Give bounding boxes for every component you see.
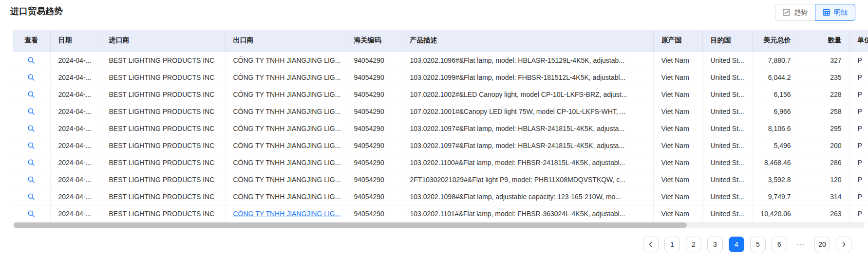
view-button[interactable] bbox=[27, 142, 35, 149]
cell-dest: United St... bbox=[702, 171, 753, 188]
horizontal-scrollbar-track[interactable] bbox=[14, 222, 864, 228]
cell-importer: BEST LIGHTING PRODUCTS INC bbox=[101, 69, 225, 86]
cell-exporter: CÔNG TY TNHH JIANGJING LIG... bbox=[225, 69, 346, 86]
cell-usd: 8,106.6 bbox=[753, 120, 799, 137]
cell-dest: United St... bbox=[702, 137, 753, 154]
pagination-page-3[interactable]: 3 bbox=[707, 237, 723, 252]
column-header-dest: 目的国 bbox=[702, 30, 753, 52]
pagination-page-1[interactable]: 1 bbox=[664, 237, 680, 252]
table-row: 2024-04-...BEST LIGHTING PRODUCTS INCCÔN… bbox=[13, 205, 868, 222]
exporter-link[interactable]: CÔNG TY TNHH JIANGJING LIG... bbox=[233, 210, 341, 218]
pagination-page-6[interactable]: 6 bbox=[772, 237, 787, 252]
cell-dest: United St... bbox=[702, 86, 753, 103]
chevron-right-icon bbox=[840, 241, 847, 248]
table-header-row: 查看日期进口商出口商海关编码产品描述原产国目的国美元总价数量单位 bbox=[13, 30, 868, 52]
search-icon bbox=[27, 91, 35, 98]
cell-hscode: 94054290 bbox=[346, 154, 402, 171]
cell-importer: BEST LIGHTING PRODUCTS INC bbox=[101, 52, 225, 69]
cell-qty: 295 bbox=[799, 120, 849, 137]
table-row: 2024-04-...BEST LIGHTING PRODUCTS INCCÔN… bbox=[13, 188, 868, 205]
cell-date: 2024-04-... bbox=[50, 103, 101, 120]
cell-exporter: CÔNG TY TNHH JIANGJING LIG... bbox=[225, 52, 346, 69]
cell-importer: BEST LIGHTING PRODUCTS INC bbox=[101, 205, 225, 222]
cell-view bbox=[13, 69, 50, 86]
column-header-view: 查看 bbox=[13, 30, 50, 52]
cell-exporter: CÔNG TY TNHH JIANGJING LIG... bbox=[225, 171, 346, 188]
cell-date: 2024-04-... bbox=[50, 120, 101, 137]
cell-importer: BEST LIGHTING PRODUCTS INC bbox=[101, 188, 225, 205]
cell-importer: BEST LIGHTING PRODUCTS INC bbox=[101, 154, 225, 171]
search-icon bbox=[27, 193, 35, 201]
cell-exporter: CÔNG TY TNHH JIANGJING LIG... bbox=[225, 86, 346, 103]
cell-qty: 263 bbox=[799, 205, 849, 222]
search-icon bbox=[27, 159, 35, 166]
cell-dest: United St... bbox=[702, 120, 753, 137]
pagination-prev-button[interactable] bbox=[643, 237, 659, 252]
pagination-page-4[interactable]: 4 bbox=[729, 237, 744, 252]
cell-exporter: CÔNG TY TNHH JIANGJING LIG... bbox=[225, 137, 346, 154]
cell-hscode: 94054290 bbox=[346, 120, 402, 137]
search-icon bbox=[27, 56, 35, 64]
cell-dest: United St... bbox=[702, 69, 753, 86]
cell-qty: 327 bbox=[799, 52, 849, 69]
table-row: 2024-04-...BEST LIGHTING PRODUCTS INCCÔN… bbox=[13, 69, 868, 86]
column-header-exporter: 出口商 bbox=[225, 30, 346, 52]
cell-unit: P bbox=[849, 205, 868, 222]
cell-qty: 258 bbox=[799, 103, 849, 120]
pagination-ellipsis[interactable]: ••• bbox=[793, 237, 809, 252]
pagination-next-button[interactable] bbox=[836, 237, 851, 252]
table-row: 2024-04-...BEST LIGHTING PRODUCTS INCCÔN… bbox=[13, 120, 868, 137]
search-icon bbox=[27, 74, 35, 81]
view-button[interactable] bbox=[27, 91, 35, 98]
cell-importer: BEST LIGHTING PRODUCTS INC bbox=[101, 120, 225, 137]
view-button[interactable] bbox=[27, 176, 35, 184]
line-chart-icon bbox=[783, 9, 790, 16]
cell-date: 2024-04-... bbox=[50, 69, 101, 86]
view-button[interactable] bbox=[27, 74, 35, 81]
cell-desc: 2FT10302021029#&Flat light P9, model: PH… bbox=[402, 171, 653, 188]
cell-view bbox=[13, 205, 50, 222]
detail-button[interactable]: 明细 bbox=[815, 4, 855, 21]
cell-origin: Viet Nam bbox=[653, 171, 702, 188]
cell-exporter: CÔNG TY TNHH JIANGJING LIG... bbox=[225, 154, 346, 171]
cell-unit: P bbox=[849, 69, 868, 86]
column-header-origin: 原产国 bbox=[653, 30, 702, 52]
search-icon bbox=[27, 125, 35, 132]
cell-desc: 107.0202.1002#&LED Canopy light, model C… bbox=[402, 86, 653, 103]
cell-desc: 103.0202.1099#&Flat lamp, model: FHBSR-1… bbox=[402, 69, 653, 86]
cell-unit: P bbox=[849, 188, 868, 205]
cell-exporter: CÔNG TY TNHH JIANGJING LIG... bbox=[225, 188, 346, 205]
pagination-page-2[interactable]: 2 bbox=[686, 237, 701, 252]
cell-date: 2024-04-... bbox=[50, 205, 101, 222]
cell-origin: Viet Nam bbox=[653, 103, 702, 120]
view-button[interactable] bbox=[27, 210, 35, 218]
trend-button[interactable]: 趋势 bbox=[775, 4, 815, 21]
view-button[interactable] bbox=[27, 125, 35, 132]
cell-dest: United St... bbox=[702, 188, 753, 205]
pagination-page-5[interactable]: 5 bbox=[750, 237, 766, 252]
pagination-page-20[interactable]: 20 bbox=[814, 237, 830, 252]
column-header-desc: 产品描述 bbox=[402, 30, 653, 52]
view-button[interactable] bbox=[27, 108, 35, 115]
view-button[interactable] bbox=[27, 56, 35, 64]
cell-desc: 103.0202.1098#&Flat lamp, adjustable cap… bbox=[402, 188, 653, 205]
cell-unit: P bbox=[849, 120, 868, 137]
cell-importer: BEST LIGHTING PRODUCTS INC bbox=[101, 137, 225, 154]
horizontal-scrollbar-thumb[interactable] bbox=[14, 222, 687, 228]
view-button[interactable] bbox=[27, 159, 35, 166]
cell-desc: 103.0202.1097#&Flat lamp, model: HBLASR-… bbox=[402, 120, 653, 137]
cell-origin: Viet Nam bbox=[653, 69, 702, 86]
cell-dest: United St... bbox=[702, 103, 753, 120]
cell-date: 2024-04-... bbox=[50, 137, 101, 154]
cell-qty: 235 bbox=[799, 69, 849, 86]
cell-origin: Viet Nam bbox=[653, 188, 702, 205]
cell-exporter: CÔNG TY TNHH JIANGJING LIG... bbox=[225, 120, 346, 137]
cell-view bbox=[13, 52, 50, 69]
cell-desc: 103.0202.1100#&Flat lamp, model: FHBSR-2… bbox=[402, 154, 653, 171]
cell-view bbox=[13, 103, 50, 120]
cell-hscode: 94054290 bbox=[346, 86, 402, 103]
view-button[interactable] bbox=[27, 193, 35, 201]
cell-usd: 10,420.06 bbox=[753, 205, 799, 222]
cell-view bbox=[13, 188, 50, 205]
cell-view bbox=[13, 86, 50, 103]
